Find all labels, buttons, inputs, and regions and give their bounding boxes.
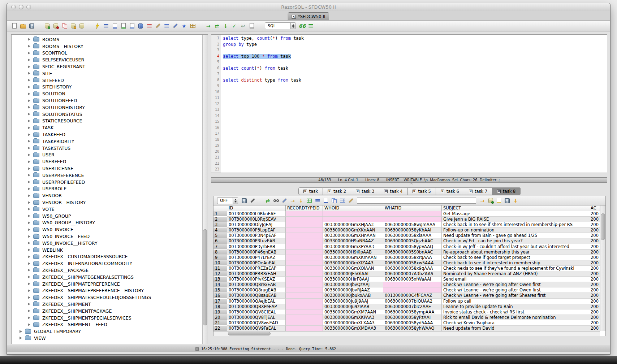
code-line[interactable] — [223, 107, 607, 113]
fetch-next-icon[interactable]: ↓ — [222, 22, 229, 30]
tree-item-w50-group-history[interactable]: W50_GROUP__HISTORY — [12, 220, 202, 226]
cell-whatid[interactable]: 006300000058yd5AAA — [383, 320, 442, 326]
disclosure-triangle-icon[interactable] — [28, 282, 30, 285]
row-number[interactable]: 18 — [213, 304, 227, 309]
disclosure-triangle-icon[interactable] — [28, 296, 30, 299]
cell-subject[interactable]: Need update from David — [442, 326, 589, 331]
export-table-data-icon[interactable] — [52, 22, 60, 30]
cell-recordtypeid[interactable] — [286, 255, 323, 260]
result-tab-task-6[interactable]: ×task 6 — [436, 187, 464, 195]
cell-ac[interactable]: 200 — [589, 211, 600, 217]
column-header-whoid[interactable]: WHOID — [323, 205, 383, 211]
row-number[interactable]: 20 — [213, 315, 227, 320]
cell-id[interactable]: 00T3000000Q8rugEAB — [227, 287, 286, 293]
cell-id[interactable]: 00T3000000PfvKSEAZ — [227, 277, 286, 282]
save-results-icon[interactable] — [241, 197, 248, 205]
compare-tool-icon[interactable] — [189, 22, 197, 30]
minimize-window-button[interactable] — [19, 5, 23, 9]
cell-subject[interactable]: Check w/ Leanne - we're going after Shea… — [442, 293, 589, 298]
code-line[interactable] — [223, 131, 607, 137]
cell-recordtypeid[interactable] — [286, 266, 323, 271]
cell-subject[interactable]: Check w/ Leanne - we're going after Owen… — [442, 282, 589, 287]
grid-hscroll-thumb[interactable] — [228, 332, 271, 335]
results-layout-icon[interactable] — [307, 22, 315, 30]
close-tab-icon[interactable]: × — [303, 190, 307, 193]
tree-item-zkfedex-internationalcommodity[interactable]: ZKFEDEX__INTERNATIONALCOMMODITY — [12, 260, 202, 267]
tree-item-rooms[interactable]: ROOMS — [12, 36, 202, 43]
window-titlebar[interactable]: RazorSQL - SFDCW50 II — [7, 3, 610, 11]
row-number[interactable]: 9 — [213, 255, 227, 260]
open-file-icon[interactable] — [19, 22, 27, 30]
tree-item-sfdc-registrant[interactable]: SFDC_REGISTRANT — [12, 63, 202, 70]
save-file-icon[interactable] — [28, 22, 35, 30]
cell-id[interactable]: 00T3000000QV9FaEAL — [227, 326, 286, 331]
disclosure-triangle-icon[interactable] — [28, 187, 30, 190]
result-tab-task-3[interactable]: ×task 3 — [351, 187, 379, 195]
code-line[interactable] — [223, 71, 607, 77]
cell-whatid[interactable]: 006300000058ympAAA — [383, 309, 442, 315]
row-number[interactable]: 10 — [213, 260, 227, 266]
cell-ac[interactable]: 200 — [589, 260, 600, 266]
tree-item-zkfedex-shipment-feed[interactable]: ZKFEDEX__SHIPMENT__FEED — [12, 321, 202, 328]
close-tab-icon[interactable]: × — [356, 190, 359, 193]
cell-whatid[interactable] — [383, 217, 442, 222]
cell-whatid[interactable]: 006300000058yKhAAI — [383, 228, 442, 233]
cell-subject[interactable]: Check-in w/ Jeff - couldn't afford last … — [442, 244, 589, 250]
cell-ac[interactable]: 200 — [589, 326, 600, 331]
tree-item-vendor[interactable]: VENDOR — [12, 192, 202, 199]
close-tab-icon[interactable]: × — [413, 190, 416, 193]
document-tab[interactable]: × *SFDCW50 II — [288, 12, 329, 21]
cell-whatid[interactable]: 006300000058ypVAAQ — [383, 244, 442, 250]
disclosure-triangle-icon[interactable] — [28, 208, 30, 211]
result-tab-task-2[interactable]: ×task 2 — [323, 187, 351, 195]
cell-subject[interactable]: Follow up call — [442, 299, 589, 304]
download-more-icon[interactable]: ↓ — [512, 197, 519, 205]
find-next-icon[interactable]: → — [479, 197, 486, 205]
disclosure-triangle-icon[interactable] — [28, 99, 30, 102]
cell-whoid[interactable]: 0033000000Ju9zIAAB — [323, 304, 383, 309]
cell-recordtypeid[interactable] — [286, 326, 323, 331]
tree-item-weblink[interactable]: WEBLINK — [12, 247, 202, 254]
cell-whoid[interactable]: 0033000000GmXHJAA3 — [323, 222, 383, 228]
cell-id[interactable]: 00T3000000P3N4pEAF — [227, 233, 286, 238]
cell-whatid[interactable]: 006300000058wgmAAA — [383, 222, 442, 228]
code-line[interactable]: select type, count(*) from task — [223, 35, 607, 42]
cell-ac[interactable]: 200 — [589, 293, 600, 298]
code-line[interactable] — [223, 125, 607, 131]
tree-item-scontrol[interactable]: SCONTROL — [12, 50, 202, 57]
tree-item-userlicense[interactable]: USERLICENSE — [12, 165, 202, 172]
cell-whatid[interactable]: 00630000007bIQUAA2 — [383, 299, 442, 304]
cell-subject[interactable]: Leanne to provide update to Bain — [442, 304, 589, 309]
import-data-icon[interactable] — [120, 22, 127, 30]
disclosure-triangle-icon[interactable] — [28, 316, 30, 319]
edit-table-icon[interactable] — [111, 22, 118, 30]
cell-id[interactable]: 00T3000000Q8sauEAB — [227, 293, 286, 298]
tree-item-w50-invoice[interactable]: W50_INVOICE — [12, 226, 202, 233]
cell-whoid[interactable]: 0033000000JbvQzAAJ — [323, 282, 383, 287]
tree-item-zkfedex-shipment[interactable]: ZKFEDEX__SHIPMENT — [12, 301, 202, 308]
close-tab-icon[interactable]: × — [469, 190, 473, 193]
commit-icon[interactable]: ✓ — [230, 22, 238, 30]
disclosure-triangle-icon[interactable] — [28, 194, 30, 197]
code-line[interactable] — [223, 119, 607, 125]
cell-whoid[interactable]: 0033000000GmXKPAA3 — [323, 315, 383, 320]
code-line[interactable]: select top 100 * from task — [223, 53, 607, 60]
cell-whatid[interactable]: 0013000000C4fFCAAZ — [383, 293, 442, 298]
cell-subject[interactable]: Check back in to see if she's interested… — [442, 222, 589, 228]
row-number[interactable]: 12 — [213, 271, 227, 277]
column-header-id[interactable]: ID — [227, 205, 286, 211]
notes-icon[interactable] — [495, 197, 502, 205]
disclosure-triangle-icon[interactable] — [28, 248, 30, 251]
close-tab-icon[interactable]: × — [441, 190, 444, 193]
disclosure-triangle-icon[interactable] — [28, 235, 30, 238]
cell-recordtypeid[interactable] — [286, 287, 323, 293]
cell-recordtypeid[interactable] — [286, 238, 323, 244]
copy-results-icon[interactable] — [331, 197, 338, 205]
cell-whoid[interactable]: 0033000000H9aNBAAZ — [323, 238, 383, 244]
disclosure-triangle-icon[interactable] — [28, 255, 30, 258]
tree-item-rooms-history[interactable]: ROOMS__HISTORY — [12, 43, 202, 50]
cell-ac[interactable]: 200 — [589, 233, 600, 238]
max-rows-select[interactable]: OFF — [217, 197, 238, 204]
cell-whatid[interactable]: 006300000058xrqAAA — [383, 255, 442, 260]
disclosure-triangle-icon[interactable] — [28, 201, 30, 204]
